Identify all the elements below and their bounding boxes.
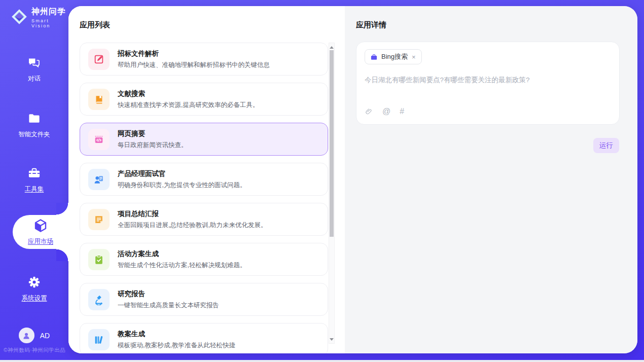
bing-search-tag[interactable]: Bing搜索 × <box>365 49 422 64</box>
prompt-input[interactable]: 今日湖北有哪些新闻要点?有哪些需要关注的最新政策? <box>365 76 611 85</box>
app-description: 一键智能生成高质量长文本研究报告 <box>118 301 219 310</box>
tool-tag-label: Bing搜索 <box>381 52 408 61</box>
sidebar-item-smart-folder[interactable]: 智能文件夹 <box>0 112 68 139</box>
page-bottom-gap <box>0 360 644 362</box>
close-icon[interactable]: × <box>411 53 416 61</box>
clipboard-check-icon <box>88 249 110 270</box>
hash-icon[interactable]: # <box>400 107 404 116</box>
app-card-research-report[interactable]: 研究报告 一键智能生成高质量长文本研究报告 <box>80 283 328 316</box>
sidebar-item-label: 工具集 <box>25 185 44 194</box>
app-description: 全面回顾项目进展,总结经验教训,助力未来优化发展。 <box>118 221 267 230</box>
toolbox-icon <box>27 166 41 182</box>
avatar-icon <box>19 328 34 343</box>
scrollbar-thumb[interactable] <box>330 50 334 237</box>
app-name: 教案生成 <box>118 330 235 339</box>
sidebar-item-label: 对话 <box>28 75 41 83</box>
app-name: 项目总结汇报 <box>118 209 267 219</box>
app-card-literature-search[interactable]: 文献搜索 快速精准查找学术资源,提高研究效率的必备工具。 <box>80 83 328 116</box>
prompt-toolbar: @ # <box>365 107 611 116</box>
app-description: 模板驱动,教案秒成,教学准备从此轻松快捷 <box>118 341 235 350</box>
gear-icon <box>27 275 41 291</box>
app-name: 产品经理面试官 <box>118 169 246 178</box>
paperclip-icon[interactable] <box>365 107 373 116</box>
chat-icon <box>27 56 41 71</box>
sidebar-item-label: 智能文件夹 <box>18 130 50 139</box>
active-tab-bottom-fillet <box>56 249 68 261</box>
copyright-footer: ©神州数码·神州问学出品 <box>4 347 65 354</box>
report-note-icon <box>88 209 110 230</box>
edit-document-icon <box>88 49 110 70</box>
app-name: 招标文件解析 <box>118 49 270 58</box>
sidebar-item-label: 应用市场 <box>28 237 53 246</box>
scroll-down-icon[interactable] <box>329 336 334 342</box>
app-card-event-plan[interactable]: 活动方案生成 智能生成个性化活动方案,轻松解决规划难题。 <box>80 243 328 276</box>
app-detail-title: 应用详情 <box>356 20 386 30</box>
books-icon <box>88 329 110 350</box>
app-card-lesson-plan[interactable]: 教案生成 模板驱动,教案秒成,教学准备从此轻松快捷 <box>80 323 328 353</box>
active-tab-top-fillet <box>56 203 68 215</box>
book-icon <box>88 89 110 110</box>
sidebar-item-toolset[interactable]: 工具集 <box>0 166 68 194</box>
folder-icon <box>27 112 41 127</box>
app-card-webpage-summary[interactable]: 网页摘要 每日政府新闻资讯快查。 <box>80 123 328 156</box>
app-shell: 神州问学 Smart Vision 对话 智能文件夹 <box>0 0 644 360</box>
app-name: 研究报告 <box>118 289 219 299</box>
prompt-card[interactable]: Bing搜索 × 今日湖北有哪些新闻要点?有哪些需要关注的最新政策? @ # <box>356 42 620 125</box>
briefcase-icon <box>370 53 378 61</box>
brand-name: 神州问学 <box>31 7 68 17</box>
diamond-logo-icon <box>10 7 29 28</box>
app-list-panel: 应用列表 招标文件解析 帮助用户快速、准确地理解和解析招标书中的关键信息 <box>68 6 345 353</box>
app-card-project-summary[interactable]: 项目总结汇报 全面回顾项目进展,总结经验教训,助力未来优化发展。 <box>80 203 328 236</box>
user-initials: AD <box>40 332 50 340</box>
app-description: 明确身份和职责,为您提供专业性的面试问题。 <box>118 181 246 190</box>
sidebar-item-settings[interactable]: 系统设置 <box>0 275 68 303</box>
sidebar-item-app-market[interactable]: 应用市场 <box>13 215 68 249</box>
app-description: 每日政府新闻资讯快查。 <box>118 141 188 150</box>
app-card-pm-interviewer[interactable]: 产品经理面试官 明确身份和职责,为您提供专业性的面试问题。 <box>80 163 328 196</box>
app-list-scrollbar[interactable] <box>329 43 335 344</box>
microscope-icon <box>88 289 110 310</box>
sidebar-item-chat[interactable]: 对话 <box>0 56 68 83</box>
app-card-list: 招标文件解析 帮助用户快速、准确地理解和解析招标书中的关键信息 文献搜索 <box>80 43 328 353</box>
app-name: 活动方案生成 <box>118 249 246 259</box>
scroll-up-icon[interactable] <box>329 44 334 50</box>
app-detail-panel: 应用详情 Bing搜索 × 今日湖北有哪些新闻要点?有哪些需要关注的最新政策? <box>345 6 637 353</box>
app-name: 网页摘要 <box>118 129 188 138</box>
app-list-title: 应用列表 <box>80 20 110 30</box>
mention-icon[interactable]: @ <box>382 107 390 116</box>
interviewer-icon <box>88 169 110 190</box>
app-description: 快速精准查找学术资源,提高研究效率的必备工具。 <box>118 101 259 110</box>
brand-logo: 神州问学 Smart Vision <box>10 7 68 28</box>
run-button[interactable]: 运行 <box>593 138 619 153</box>
app-card-bid-parsing[interactable]: 招标文件解析 帮助用户快速、准确地理解和解析招标书中的关键信息 <box>80 43 328 76</box>
cube-icon <box>33 218 48 235</box>
user-account[interactable]: AD <box>0 328 68 343</box>
app-description: 帮助用户快速、准确地理解和解析招标书中的关键信息 <box>118 61 270 69</box>
sidebar-item-label: 系统设置 <box>22 294 47 303</box>
app-description: 智能生成个性化活动方案,轻松解决规划难题。 <box>118 261 246 270</box>
webpage-code-icon <box>88 129 110 150</box>
sidebar: 神州问学 Smart Vision 对话 智能文件夹 <box>0 0 68 360</box>
brand-subtitle: Smart Vision <box>31 18 68 28</box>
app-name: 文献搜索 <box>118 89 259 98</box>
main-surface: 应用列表 招标文件解析 帮助用户快速、准确地理解和解析招标书中的关键信息 <box>68 6 637 353</box>
